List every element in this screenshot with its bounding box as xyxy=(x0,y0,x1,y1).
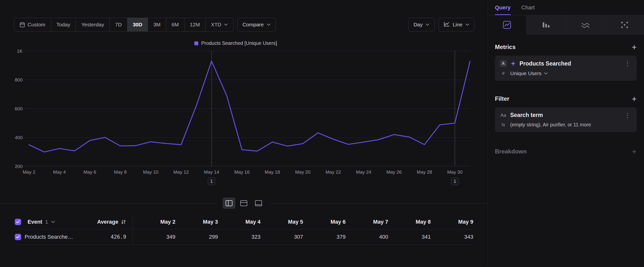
range-custom[interactable]: Custom xyxy=(14,18,51,31)
retention-tab[interactable] xyxy=(566,15,605,35)
chevron-down-icon xyxy=(426,24,430,26)
line-chart[interactable]: 2004006008001K11May 2May 4May 6May 8May … xyxy=(13,48,471,190)
add-metric-button[interactable]: + xyxy=(632,43,636,51)
layout-split-horizontal-button[interactable] xyxy=(222,197,236,209)
range-30d[interactable]: 30D xyxy=(127,18,148,31)
y-axis-label: 200 xyxy=(15,164,23,169)
row-event-name: Products Searched [Un... xyxy=(24,234,74,240)
range-label: 12M xyxy=(190,22,200,28)
report-type-tabs xyxy=(488,15,644,35)
range-7d[interactable]: 7D xyxy=(110,18,127,31)
select-all-checkbox[interactable] xyxy=(15,219,21,225)
line-chart-icon xyxy=(444,22,450,28)
filter-card[interactable]: Aa Search term ⋮ Is (empty string), Air … xyxy=(495,107,636,132)
report-toolbar: CustomTodayYesterday7D30D3M6M12MXTD Comp… xyxy=(14,18,474,32)
y-axis-label: 600 xyxy=(15,106,23,111)
tab-query[interactable]: Query xyxy=(495,0,511,15)
average-header-label: Average xyxy=(97,219,118,225)
funnels-icon xyxy=(542,21,550,29)
layout-chart-only-icon xyxy=(254,200,262,207)
range-label: Today xyxy=(56,22,70,28)
date-column-header[interactable]: May 6 xyxy=(303,214,346,229)
event-header-label: Event xyxy=(28,219,42,225)
range-xtd[interactable]: XTD xyxy=(206,18,233,31)
add-breakdown-button[interactable]: + xyxy=(632,148,636,155)
filter-value[interactable]: (empty string), Air purifier, or 11 more xyxy=(510,122,591,128)
query-panel: Query Chart Metrics + xyxy=(487,0,644,267)
granularity-label: Day xyxy=(414,22,422,28)
x-axis-label: May 10 xyxy=(143,169,158,175)
average-column-header[interactable]: Average xyxy=(76,214,133,229)
metrics-section-title: Metrics xyxy=(495,44,516,51)
breakdown-table: Event 1 Average May 2May 3May 4May 5May … xyxy=(15,214,487,244)
add-filter-button[interactable]: + xyxy=(632,95,636,102)
funnels-tab[interactable] xyxy=(526,15,566,35)
range-today[interactable]: Today xyxy=(51,18,76,31)
x-axis-label: May 6 xyxy=(84,169,96,175)
flows-tab[interactable] xyxy=(605,15,644,35)
range-label: XTD xyxy=(211,22,222,28)
compare-label: Compare xyxy=(242,22,264,28)
row-value-cell: 323 xyxy=(218,229,260,244)
date-column-header[interactable]: May 7 xyxy=(346,214,388,229)
y-axis-label: 400 xyxy=(15,135,23,140)
aggregation-prefix: # xyxy=(500,71,507,76)
custom-range-icon xyxy=(20,22,25,28)
compare-button[interactable]: Compare xyxy=(238,18,276,32)
range-yesterday[interactable]: Yesterday xyxy=(76,18,110,31)
row-value-cell: 341 xyxy=(388,229,431,244)
row-value-cell: 379 xyxy=(303,229,346,244)
date-column-header[interactable]: May 5 xyxy=(260,214,303,229)
tab-query-label: Query xyxy=(495,5,511,11)
range-label: Custom xyxy=(28,22,45,28)
range-6m[interactable]: 6M xyxy=(166,18,184,31)
range-12m[interactable]: 12M xyxy=(184,18,206,31)
tab-chart[interactable]: Chart xyxy=(522,0,535,15)
retention-icon xyxy=(581,21,590,29)
date-column-header[interactable]: May 9 xyxy=(431,214,473,229)
filter-section-title: Filter xyxy=(495,95,510,102)
x-axis-label: May 30 xyxy=(447,169,462,175)
filter-options-button[interactable]: ⋮ xyxy=(623,112,632,118)
x-axis-label: May 18 xyxy=(265,169,280,175)
layout-chart-only-button[interactable] xyxy=(252,197,265,209)
date-column-header[interactable]: May 2 xyxy=(133,214,176,229)
date-column-header[interactable]: May 8 xyxy=(388,214,431,229)
property-type-badge: Aa xyxy=(500,113,507,118)
x-axis-label: May 2 xyxy=(23,169,36,175)
layout-split-vertical-button[interactable] xyxy=(238,197,250,209)
x-axis-label: May 8 xyxy=(114,169,127,175)
aggregation-dropdown[interactable]: Unique Users xyxy=(510,71,548,76)
chart-type-dropdown[interactable]: Line xyxy=(438,18,474,32)
row-checkbox[interactable] xyxy=(15,234,21,240)
metric-card[interactable]: A Products Searched ⋮ # Unique Users xyxy=(495,56,636,81)
granularity-dropdown[interactable]: Day xyxy=(408,18,435,32)
section-divider xyxy=(0,192,487,214)
row-value-cell: 343 xyxy=(431,229,473,244)
insights-tab[interactable] xyxy=(488,15,526,35)
range-3m[interactable]: 3M xyxy=(148,18,166,31)
filter-property-name: Search term xyxy=(510,112,620,118)
x-axis-label: May 24 xyxy=(356,169,372,175)
row-value-cell: 299 xyxy=(176,229,218,244)
sort-icon[interactable] xyxy=(121,219,126,225)
date-column-header[interactable]: May 4 xyxy=(218,214,260,229)
date-range-selector: CustomTodayYesterday7D30D3M6M12MXTD xyxy=(14,18,234,32)
tab-chart-label: Chart xyxy=(522,5,535,11)
x-axis-label: May 4 xyxy=(53,169,66,175)
date-column-header[interactable]: May 3 xyxy=(176,214,218,229)
annotation-badge-label: 1 xyxy=(210,179,213,184)
row-value-cell: 400 xyxy=(346,229,388,244)
panel-tabs: Query Chart xyxy=(488,0,644,15)
range-label: Yesterday xyxy=(81,22,104,28)
range-label: 6M xyxy=(172,22,179,28)
x-axis-label: May 12 xyxy=(174,169,189,175)
query-builder: Metrics + A Products Searched ⋮ # Unique… xyxy=(488,35,644,155)
event-column-header[interactable]: Event 1 xyxy=(15,214,76,229)
layout-split-horizontal-icon xyxy=(225,200,233,207)
annotation-badge-label: 1 xyxy=(454,179,456,184)
series-line xyxy=(29,61,470,152)
y-axis-label: 1K xyxy=(17,49,23,54)
metric-options-button[interactable]: ⋮ xyxy=(623,60,632,67)
y-axis-label: 800 xyxy=(15,77,23,83)
